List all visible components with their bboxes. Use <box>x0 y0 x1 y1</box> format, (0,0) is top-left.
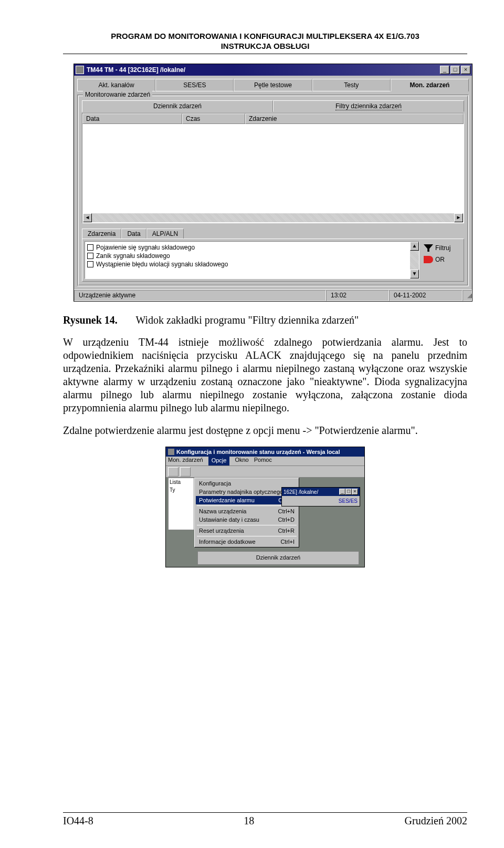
tab-petle-testowe[interactable]: Pętle testowe <box>234 79 312 91</box>
paragraph-1: W urządzeniu TM-44 istnieje możliwość zd… <box>63 336 467 415</box>
caption-label: Rysunek 14. <box>63 314 118 326</box>
check-label: Pojawienie się sygnału składowego <box>96 244 195 251</box>
group-label: Monitorowanie zdarzeń <box>83 91 152 98</box>
check-item[interactable]: Wystąpienie błędu wiolacji sygnału skład… <box>87 260 417 268</box>
status-device: Urządzenie aktywne <box>74 290 326 301</box>
maximize-button[interactable]: □ <box>450 66 460 74</box>
list-label: Ty <box>169 486 194 494</box>
minimize-button[interactable]: _ <box>440 66 449 74</box>
app-icon <box>168 449 174 455</box>
ms-child-window: 162E] /lokalne/ _ □ × SES/ES <box>281 487 360 506</box>
or-label: OR <box>435 256 445 263</box>
filter-button[interactable]: Filtruj <box>424 242 461 254</box>
subtab-dziennik-zdarzen[interactable]: Dziennik zdarzeń <box>82 100 273 112</box>
footer-left: IO44-8 <box>63 815 93 827</box>
ms-menubar: Mon. zdarzeń Opcje Okno Pomoc <box>166 457 364 466</box>
filter-icon <box>424 244 433 252</box>
ms-toolbar <box>166 466 364 478</box>
menu-opcje[interactable]: Opcje <box>208 457 230 466</box>
toolbar-button[interactable] <box>180 467 191 477</box>
child-close-button[interactable]: × <box>352 489 358 495</box>
ms-titlebar: Konfiguracja i monitorowanie stanu urząd… <box>166 447 364 457</box>
titlebar: TM44 TM - 44 [32C162E] /lokalne/ _ □ × <box>74 64 472 76</box>
scroll-left-button[interactable]: ◄ <box>83 213 92 222</box>
status-date: 04-11-2002 <box>389 290 463 301</box>
filter-tabstrip: Zdarzenia Data ALP/ALN <box>82 229 464 239</box>
ms-bottom-tab: Dziennik zdarzeń <box>197 551 359 565</box>
filter-checklist[interactable]: Pojawienie się sygnału składowego Zanik … <box>85 241 419 279</box>
page-header: PROGRAM DO MONITOROWANIA I KONFIGURACJI … <box>63 32 467 54</box>
child-max-button[interactable]: □ <box>345 489 352 495</box>
body-text: W urządzeniu TM-44 istnieje możliwość zd… <box>63 336 467 437</box>
caption-text: Widok zakładki programu "Filtry dziennik… <box>135 314 359 326</box>
statusbar: Urządzenie aktywne 13:02 04-11-2002 ◢ <box>74 289 472 301</box>
col-zdarzenie[interactable]: Zdarzenie <box>245 113 464 124</box>
tab-testy[interactable]: Testy <box>312 79 391 91</box>
btab-data[interactable]: Data <box>121 229 146 239</box>
menuitem-nazwa-urzadzenia[interactable]: Nazwa urządzeniaCtrl+N <box>196 507 298 515</box>
subtab-filtry-dziennika[interactable]: Filtry dziennika zdarzeń <box>273 100 464 112</box>
col-data[interactable]: Data <box>82 113 182 124</box>
footer-right: Grudzień 2002 <box>405 815 467 827</box>
ms-title-text: Konfiguracja i monitorowanie stanu urząd… <box>176 449 340 455</box>
scroll-right-button[interactable]: ► <box>454 213 463 222</box>
figure-caption: Rysunek 14. Widok zakładki programu "Fil… <box>63 314 467 326</box>
status-time: 13:02 <box>326 290 389 301</box>
menu-mon-zdarzen[interactable]: Mon. zdarzeń <box>168 457 203 466</box>
close-button[interactable]: × <box>461 66 470 74</box>
child-body: SES/ES <box>282 496 360 506</box>
header-line-1: PROGRAM DO MONITOROWANIA I KONFIGURACJI … <box>63 32 467 40</box>
header-line-2: INSTRUKCJA OBSŁUGI <box>63 42 467 50</box>
check-item[interactable]: Zanik sygnału składowego <box>87 252 417 260</box>
menu-separator <box>197 525 297 525</box>
btab-zdarzenia[interactable]: Zdarzenia <box>82 229 121 239</box>
footer-page-number: 18 <box>244 815 254 827</box>
ms-sidebar-list: Lista Ty <box>168 478 194 530</box>
menuitem-informacje-dodatkowe[interactable]: Informacje dodatkoweCtrl+I <box>196 537 298 546</box>
check-label: Wystąpienie błędu wiolacji sygnału skład… <box>96 261 228 268</box>
btab-alp-aln[interactable]: ALP/ALN <box>146 229 184 239</box>
tab-mon-zdarzen[interactable]: Mon. zdarzeń <box>391 79 469 91</box>
scroll-track[interactable] <box>410 251 419 270</box>
child-min-button[interactable]: _ <box>339 489 345 495</box>
figure-menu-screenshot: Konfiguracja i monitorowanie stanu urząd… <box>165 447 365 567</box>
vertical-scrollbar[interactable]: ▲ ▼ <box>410 242 419 278</box>
menu-okno[interactable]: Okno <box>235 457 248 466</box>
scroll-track[interactable] <box>92 213 454 222</box>
horizontal-scrollbar[interactable]: ◄ ► <box>83 213 463 222</box>
page-footer: IO44-8 18 Grudzień 2002 <box>63 812 467 827</box>
menuitem-reset-urzadzenia[interactable]: Reset urządzeniaCtrl+R <box>196 526 298 535</box>
checkbox-icon[interactable] <box>87 244 93 251</box>
scroll-up-button[interactable]: ▲ <box>410 242 419 251</box>
tab-ses-es[interactable]: SES/ES <box>155 79 234 91</box>
ms-body: Lista Ty Konfiguracja Parametry nadajnik… <box>166 478 364 567</box>
check-label: Zanik sygnału składowego <box>96 252 170 260</box>
menuitem-konfiguracja[interactable]: Konfiguracja <box>196 479 298 488</box>
main-tabstrip: Akt. kanałów SES/ES Pętle testowe Testy … <box>77 79 469 91</box>
list-label: Lista <box>169 478 194 486</box>
menu-pomoc[interactable]: Pomoc <box>254 457 272 466</box>
filter-side-column: Filtruj OR <box>422 239 464 281</box>
child-title: 162E] /lokalne/ <box>284 489 339 495</box>
scroll-down-button[interactable]: ▼ <box>410 270 419 278</box>
paragraph-2: Zdalne potwierdzenie alarmu jest dostępn… <box>63 424 467 437</box>
menuitem-ustawianie-daty[interactable]: Ustawianie daty i czasuCtrl+D <box>196 515 298 524</box>
sub-tabstrip: Dziennik zdarzeń Filtry dziennika zdarze… <box>82 100 464 112</box>
event-listview[interactable]: Data Czas Zdarzenie ◄ ► <box>82 113 464 223</box>
filter-panel: Pojawienie się sygnału składowego Zanik … <box>82 239 464 282</box>
filter-label: Filtruj <box>435 244 450 252</box>
resize-grip-icon[interactable]: ◢ <box>463 290 472 301</box>
or-icon <box>424 256 433 263</box>
col-czas[interactable]: Czas <box>182 113 245 124</box>
checkbox-icon[interactable] <box>87 253 93 259</box>
figure-main-screenshot: TM44 TM - 44 [32C162E] /lokalne/ _ □ × A… <box>74 64 467 302</box>
group-monitorowanie-zdarzen: Monitorowanie zdarzeń Dziennik zdarzeń F… <box>77 95 469 286</box>
app-icon <box>76 66 84 74</box>
check-item[interactable]: Pojawienie się sygnału składowego <box>87 243 417 252</box>
checkbox-icon[interactable] <box>87 261 93 267</box>
tab-akt-kanalow[interactable]: Akt. kanałów <box>77 79 155 91</box>
child-tab-label: SES/ES <box>284 498 358 504</box>
or-button[interactable]: OR <box>424 254 461 265</box>
toolbar-button[interactable] <box>168 467 178 477</box>
window-title: TM44 TM - 44 [32C162E] /lokalne/ <box>87 66 440 74</box>
